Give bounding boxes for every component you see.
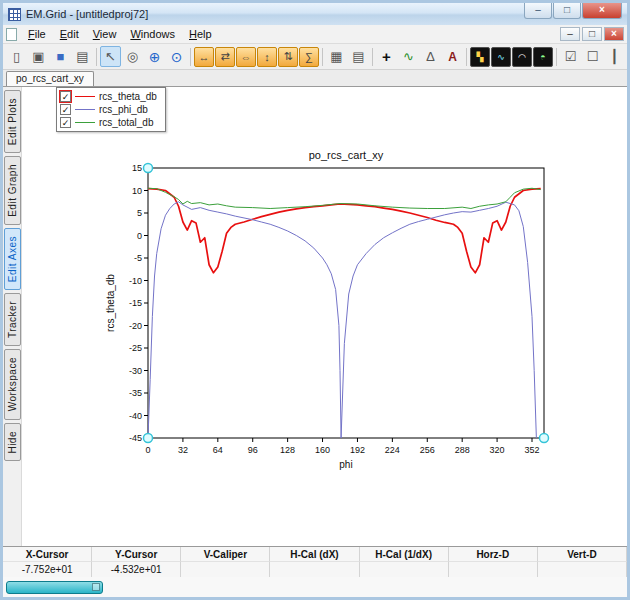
add-cursor-icon[interactable]: + [376, 46, 397, 67]
sidebar-tab-hide[interactable]: Hide [4, 423, 21, 462]
overlay-check-a-icon[interactable]: ☑ [560, 46, 581, 67]
delta-marker-icon[interactable]: ∆ [420, 46, 441, 67]
y-tick-label: 0 [137, 231, 142, 241]
legend-line-sample [75, 109, 95, 110]
menu-edit[interactable]: Edit [53, 26, 86, 42]
pan-hand-icon[interactable]: ◎ [122, 46, 143, 67]
main-area: Edit PlotsEdit GraphEdit AxesTrackerWork… [3, 87, 627, 546]
legend-line-sample [75, 96, 95, 97]
child-minimize-icon[interactable]: – [560, 27, 580, 41]
menu-help[interactable]: Help [182, 26, 219, 42]
x-tick-label: 64 [213, 445, 223, 455]
toolbar-separator [190, 48, 191, 66]
legend-checkbox-icon[interactable]: ✓ [60, 104, 71, 115]
legend: ✓rcs_theta_db✓rcs_phi_db✓rcs_total_db [56, 87, 166, 132]
h-fit-icon[interactable]: ⇔ [236, 47, 256, 67]
maximize-button[interactable]: □ [553, 3, 581, 19]
toolbar-separator [466, 48, 467, 66]
y-tick-label: -5 [134, 253, 142, 263]
x-tick-label: 128 [280, 445, 295, 455]
status-header-y-cursor: Y-Cursor [92, 547, 181, 562]
plot-style-mesh-icon[interactable]: ∿ [491, 47, 511, 67]
x-tick-label: 96 [248, 445, 258, 455]
new-document-icon[interactable]: ▯ [6, 46, 27, 67]
h-zoom-in-icon[interactable]: ⇄ [215, 47, 235, 67]
plot-canvas[interactable]: ✓rcs_theta_db✓rcs_phi_db✓rcs_total_db 03… [22, 87, 627, 546]
status-value: -7.752e+01 [3, 562, 92, 577]
vertical-slider-icon[interactable]: ┃ [604, 46, 625, 67]
child-document-icon[interactable] [6, 28, 17, 41]
child-close-icon[interactable]: × [604, 27, 624, 41]
print-icon[interactable]: ▤ [72, 46, 93, 67]
y-tick-label: 10 [132, 186, 142, 196]
y-tick-label: -10 [129, 276, 142, 286]
status-value [538, 562, 627, 577]
save-icon[interactable]: ■ [50, 46, 71, 67]
zoom-in-icon[interactable]: ⊕ [144, 46, 165, 67]
legend-checkbox-icon[interactable]: ✓ [60, 117, 71, 128]
minimized-window-close-icon[interactable] [92, 583, 100, 591]
plot-frame [148, 168, 544, 438]
status-value [270, 562, 359, 577]
sidebar-tab-label: Edit Plots [7, 98, 18, 145]
titlebar[interactable]: EM.Grid - [untitledproj72] – □ × [3, 3, 627, 25]
v-fit-icon[interactable]: ⇅ [278, 47, 298, 67]
statusbar: X-CursorY-CursorV-CaliperH-Cal (dX)H-Cal… [3, 546, 627, 577]
close-button[interactable]: × [582, 3, 622, 19]
sidebar-tab-label: Hide [7, 431, 18, 454]
minimized-window-bar[interactable] [6, 581, 103, 594]
h-zoom-out-icon[interactable]: ↔ [194, 47, 214, 67]
toolbar-separator [96, 48, 97, 66]
caliper-marker[interactable] [144, 164, 153, 173]
sidebar-tab-workspace[interactable]: Workspace [4, 349, 21, 419]
x-tick-label: 32 [178, 445, 188, 455]
legend-checkbox-icon[interactable]: ✓ [60, 91, 71, 102]
x-tick-label: 352 [524, 445, 539, 455]
overlay-check-b-icon[interactable]: ☐ [582, 46, 603, 67]
legend-label: rcs_theta_db [99, 91, 157, 102]
cascade-windows-icon[interactable]: ▣ [28, 46, 49, 67]
grid-toggle-icon[interactable]: ▦ [326, 46, 347, 67]
menu-windows[interactable]: Windows [123, 26, 182, 42]
tab-po_rcs_cart_xy[interactable]: po_rcs_cart_xy [6, 71, 94, 86]
sidebar-tab-edit-plots[interactable]: Edit Plots [4, 90, 21, 153]
toolbar-separator [322, 48, 323, 66]
child-restore-icon[interactable]: □ [582, 27, 602, 41]
toolbar-separator [556, 48, 557, 66]
y-tick-label: -15 [129, 298, 142, 308]
sidebar-tab-edit-graph[interactable]: Edit Graph [4, 156, 21, 225]
data-table-icon[interactable]: ▤ [348, 46, 369, 67]
plot-style-contour-icon[interactable]: ◠ [512, 47, 532, 67]
toolbar-items: ▯▣■▤↖◎⊕⊙↔⇄⇔↕⇅∑▦▤+∿∆A▚∿◠◓☑☐┃↔≡ [6, 46, 627, 67]
sidebar-tab-tracker[interactable]: Tracker [4, 293, 21, 346]
menu-file[interactable]: File [21, 26, 53, 42]
menu-view[interactable]: View [86, 26, 124, 42]
bottom-strip [3, 577, 627, 597]
sigma-sum-icon[interactable]: ∑ [299, 47, 319, 67]
caliper-marker[interactable] [144, 434, 153, 443]
text-annotation-icon[interactable]: A [442, 46, 463, 67]
curve-tool-icon[interactable]: ∿ [398, 46, 419, 67]
toolbar: ▯▣■▤↖◎⊕⊙↔⇄⇔↕⇅∑▦▤+∿∆A▚∿◠◓☑☐┃↔≡ Layou [3, 44, 627, 70]
caliper-marker[interactable] [540, 434, 549, 443]
plot-style-polar-icon[interactable]: ◓ [533, 47, 553, 67]
minimize-button[interactable]: – [524, 3, 552, 19]
status-header-horz-d: Horz-D [449, 547, 538, 562]
window-title: EM.Grid - [untitledproj72] [26, 8, 519, 20]
x-tick-label: 0 [145, 445, 150, 455]
legend-item: ✓rcs_theta_db [60, 91, 157, 102]
v-zoom-icon[interactable]: ↕ [257, 47, 277, 67]
select-pointer-icon[interactable]: ↖ [100, 46, 121, 67]
sidebar-tab-edit-axes[interactable]: Edit Axes [4, 228, 21, 290]
zoom-window-icon[interactable]: ⊙ [166, 46, 187, 67]
sidebar-tabs: Edit PlotsEdit GraphEdit AxesTrackerWork… [3, 87, 22, 546]
sidebar-tab-label: Edit Graph [7, 164, 18, 217]
child-window-controls: – □ × [560, 27, 624, 41]
plot-style-surface-icon[interactable]: ▚ [470, 47, 490, 67]
chart-svg[interactable]: 0326496128160192224256288320352151050-5-… [102, 146, 558, 482]
status-value [360, 562, 449, 577]
y-tick-label: -40 [129, 411, 142, 421]
status-header-v-caliper: V-Caliper [181, 547, 270, 562]
status-header-vert-d: Vert-D [538, 547, 627, 562]
x-tick-label: 160 [315, 445, 330, 455]
